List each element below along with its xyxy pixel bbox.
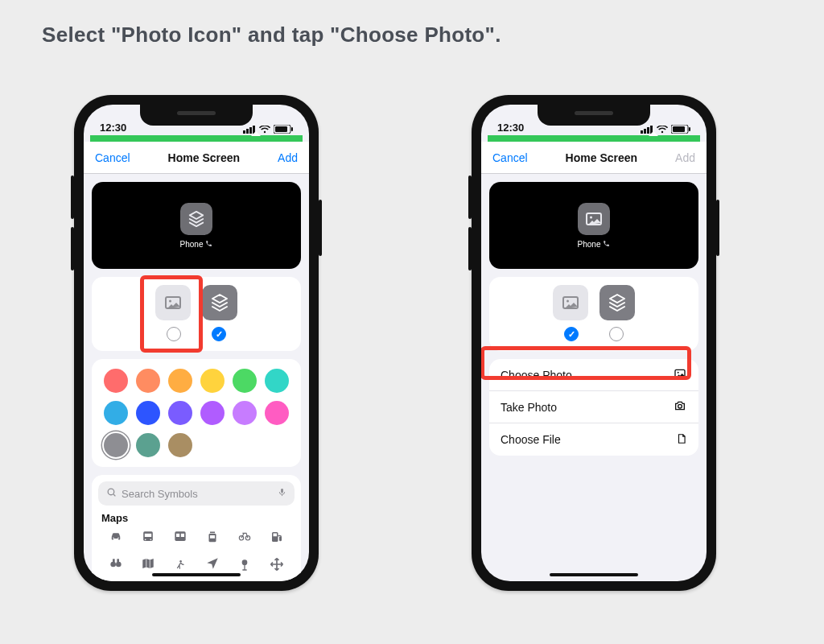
pin-icon[interactable] bbox=[238, 556, 251, 574]
bike-icon[interactable] bbox=[235, 529, 254, 547]
color-swatch[interactable] bbox=[233, 369, 257, 393]
color-swatch[interactable] bbox=[168, 401, 192, 425]
icon-type-picker bbox=[92, 277, 301, 351]
svg-point-26 bbox=[110, 562, 116, 568]
battery-icon bbox=[274, 125, 293, 134]
svg-point-11 bbox=[113, 538, 114, 539]
cancel-button[interactable]: Cancel bbox=[95, 151, 130, 164]
svg-rect-28 bbox=[113, 559, 115, 562]
svg-rect-21 bbox=[210, 535, 215, 539]
nav-title: Home Screen bbox=[566, 151, 637, 164]
svg-rect-5 bbox=[275, 126, 287, 132]
color-swatch[interactable] bbox=[104, 401, 128, 425]
home-indicator bbox=[152, 573, 241, 576]
photo-icon bbox=[673, 367, 687, 382]
svg-rect-25 bbox=[274, 534, 278, 537]
svg-point-15 bbox=[145, 539, 146, 541]
color-swatch[interactable] bbox=[104, 369, 128, 393]
color-grid bbox=[92, 359, 301, 467]
search-placeholder: Search Symbols bbox=[122, 488, 198, 500]
instruction-text: Select "Photo Icon" and tap "Choose Phot… bbox=[42, 23, 501, 47]
active-call-banner bbox=[90, 135, 303, 142]
photo-icon-radio-selected[interactable] bbox=[564, 327, 579, 341]
glyph-icon-option[interactable] bbox=[202, 285, 237, 320]
svg-point-40 bbox=[590, 216, 592, 218]
car-icon[interactable] bbox=[107, 529, 125, 547]
svg-rect-37 bbox=[673, 126, 685, 132]
symbol-search-section: Search Symbols Maps bbox=[92, 475, 301, 581]
photo-icon-option[interactable] bbox=[155, 285, 191, 320]
glyph-icon-radio[interactable] bbox=[212, 327, 226, 341]
photo-icon-radio[interactable] bbox=[167, 327, 181, 341]
color-swatch[interactable] bbox=[200, 401, 225, 425]
map-icon[interactable] bbox=[140, 556, 156, 574]
color-swatch[interactable] bbox=[136, 401, 160, 425]
svg-point-30 bbox=[179, 560, 182, 563]
add-button-disabled: Add bbox=[675, 151, 695, 164]
svg-point-12 bbox=[117, 538, 119, 539]
svg-point-27 bbox=[116, 562, 122, 568]
choose-file-label: Choose File bbox=[501, 433, 561, 446]
status-time: 12:30 bbox=[100, 122, 126, 134]
nav-bar: Cancel Home Screen Add bbox=[481, 142, 707, 174]
preview-app-name: Phone bbox=[578, 240, 601, 249]
nav-bar: Cancel Home Screen Add bbox=[84, 142, 309, 174]
wifi-icon bbox=[657, 126, 668, 134]
svg-rect-14 bbox=[145, 534, 151, 537]
color-swatch[interactable] bbox=[168, 433, 192, 457]
preview-app-icon bbox=[578, 203, 610, 235]
battery-icon bbox=[671, 125, 690, 134]
color-swatch-selected[interactable] bbox=[104, 433, 128, 457]
preview-app-icon bbox=[180, 203, 212, 235]
svg-rect-33 bbox=[644, 129, 646, 134]
tram-icon[interactable] bbox=[205, 529, 220, 547]
camera-icon bbox=[673, 399, 687, 415]
choose-file-row[interactable]: Choose File bbox=[489, 423, 698, 456]
photo-icon-option[interactable] bbox=[553, 285, 588, 320]
cancel-button[interactable]: Cancel bbox=[492, 151, 528, 164]
color-swatch[interactable] bbox=[136, 433, 160, 457]
phone-mock-left: 12:30 Cancel Home Screen Add bbox=[74, 95, 319, 591]
homescreen-preview: Phone bbox=[489, 182, 698, 269]
svg-point-42 bbox=[566, 300, 569, 303]
file-icon bbox=[676, 431, 687, 448]
phone-handset-icon bbox=[205, 240, 212, 249]
bus-icon[interactable] bbox=[140, 529, 156, 547]
svg-rect-6 bbox=[291, 127, 293, 131]
binoculars-icon[interactable] bbox=[107, 556, 125, 574]
color-swatch[interactable] bbox=[136, 369, 160, 393]
add-button[interactable]: Add bbox=[278, 151, 298, 164]
mic-icon[interactable] bbox=[278, 486, 286, 501]
photo-source-menu: Choose Photo Take Photo Choose File bbox=[489, 359, 698, 456]
svg-point-31 bbox=[242, 560, 246, 564]
svg-point-8 bbox=[169, 300, 171, 303]
svg-point-44 bbox=[678, 372, 679, 374]
svg-rect-29 bbox=[117, 559, 119, 562]
move-icon[interactable] bbox=[269, 556, 285, 574]
take-photo-row[interactable]: Take Photo bbox=[489, 391, 698, 423]
location-icon[interactable] bbox=[205, 556, 220, 574]
color-swatch[interactable] bbox=[265, 401, 289, 425]
choose-photo-row[interactable]: Choose Photo bbox=[489, 359, 698, 391]
search-symbols-field[interactable]: Search Symbols bbox=[98, 481, 295, 506]
symbol-section-header: Maps bbox=[98, 506, 295, 529]
color-swatch[interactable] bbox=[265, 369, 289, 393]
svg-point-9 bbox=[108, 489, 114, 495]
active-call-banner bbox=[488, 135, 700, 142]
bus2-icon[interactable] bbox=[172, 529, 188, 547]
svg-rect-10 bbox=[281, 489, 283, 493]
phone-handset-icon bbox=[603, 240, 610, 249]
glyph-icon-option[interactable] bbox=[599, 285, 635, 320]
svg-rect-18 bbox=[176, 534, 179, 537]
svg-point-16 bbox=[150, 539, 152, 541]
color-swatch[interactable] bbox=[200, 369, 225, 393]
search-icon bbox=[106, 487, 117, 500]
fuel-icon[interactable] bbox=[270, 529, 284, 547]
color-swatch[interactable] bbox=[168, 369, 192, 393]
preview-app-name: Phone bbox=[180, 240, 204, 249]
svg-rect-1 bbox=[246, 129, 249, 134]
walk-icon[interactable] bbox=[175, 556, 186, 574]
glyph-icon-radio[interactable] bbox=[609, 327, 624, 341]
homescreen-preview: Phone bbox=[92, 182, 301, 269]
color-swatch[interactable] bbox=[233, 401, 257, 425]
